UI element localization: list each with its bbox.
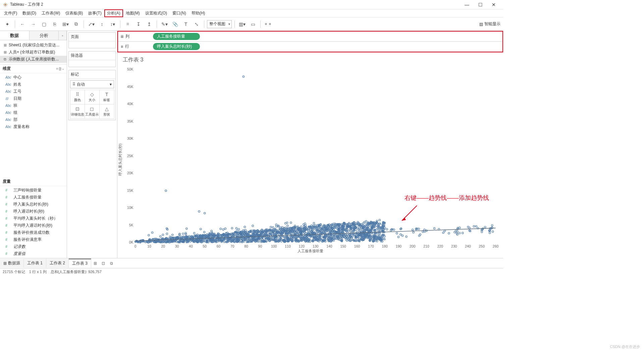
back-button[interactable]: ←	[18, 19, 27, 29]
swap-button[interactable]: ⤢▾	[87, 19, 96, 29]
sheet-tab[interactable]: 工作表 3	[69, 259, 91, 268]
measure-field[interactable]: #服务评价推送成功数	[0, 229, 67, 236]
forward-button[interactable]: →	[29, 19, 38, 29]
measure-field[interactable]: #平均呼入通话时长(秒)	[0, 222, 67, 229]
measure-field[interactable]: #记录数	[0, 243, 67, 250]
highlight-button[interactable]: ✎▾	[160, 19, 169, 29]
measure-field[interactable]: #平均呼入案头时长（秒）	[0, 215, 67, 222]
menu-8[interactable]: 窗口(N)	[170, 9, 189, 17]
dimension-field[interactable]: Abc组	[0, 109, 67, 116]
menu-2[interactable]: 工作表(W)	[39, 9, 63, 17]
dimension-field[interactable]: Abc中心	[0, 74, 67, 81]
svg-text:240: 240	[465, 245, 471, 248]
tab-collapse-icon[interactable]: ◦	[59, 31, 67, 40]
menu-5[interactable]: 分析(A)	[104, 9, 123, 17]
view-mode-select[interactable]: 整个视图	[207, 20, 232, 28]
totals-button[interactable]: ↧	[134, 19, 143, 29]
maximize-button[interactable]: ☐	[474, 2, 487, 7]
menu-4[interactable]: 故事(T)	[86, 9, 104, 17]
measure-field[interactable]: #度量值	[0, 250, 67, 257]
datasource-item[interactable]: ⊞人员+ (全球超市订单数据)	[0, 49, 67, 56]
dimension-field[interactable]: Abc度量名称	[0, 123, 67, 130]
rows-shelf[interactable]: ≡行 呼入案头总时长(秒)	[118, 42, 502, 52]
tableau-icon[interactable]: ✦	[3, 19, 12, 29]
svg-text:30: 30	[175, 245, 179, 248]
menu-6[interactable]: 地图(M)	[123, 9, 143, 17]
datasource-item[interactable]: ⊞Sheet1 (玩家综合能力雷达...	[0, 42, 67, 49]
measure-field[interactable]: #三声铃响接听量	[0, 187, 67, 194]
mark-颜色[interactable]: ⠿颜色	[70, 90, 85, 104]
mark-icon: △	[105, 106, 109, 112]
pin-button[interactable]: 📎	[170, 19, 180, 29]
mark-标签[interactable]: T标签	[99, 90, 114, 104]
mark-大小[interactable]: ◇大小	[85, 90, 100, 104]
tab-analysis[interactable]: 分析	[30, 31, 59, 40]
tab-datasource[interactable]: ⊞数据源	[0, 259, 24, 267]
menu-7[interactable]: 设置格式(O)	[143, 9, 170, 17]
dimension-field[interactable]: ⊟日期	[0, 95, 67, 102]
columns-shelf[interactable]: iii列 人工服务接听量	[118, 32, 502, 42]
sheet-tab[interactable]: 工作表 2	[46, 259, 69, 268]
svg-text:15K: 15K	[127, 189, 133, 192]
label-button[interactable]: T	[181, 19, 191, 29]
svg-point-2239	[462, 232, 464, 234]
close-button[interactable]: ✕	[487, 2, 500, 7]
datasource-item[interactable]: ⧉示例数据 (人工坐席接听数...	[0, 56, 67, 63]
measure-field[interactable]: #呼入通话时长(秒)	[0, 208, 67, 215]
new-story-icon[interactable]: ⧉	[107, 261, 115, 266]
datasource-icon: ⊞	[3, 43, 7, 48]
column-pill[interactable]: 人工服务接听量	[153, 33, 200, 40]
share-button[interactable]: ⚬⚬	[263, 19, 273, 29]
tab-data[interactable]: 数据	[0, 31, 30, 40]
svg-text:220: 220	[437, 245, 443, 248]
save-button[interactable]: ▢	[39, 19, 49, 29]
show-me-button[interactable]: ▤ 智能显示	[479, 21, 500, 27]
show-cards-button[interactable]: ▥▾	[237, 19, 247, 29]
svg-point-2268	[492, 231, 494, 232]
dimension-field[interactable]: Abc姓名	[0, 81, 67, 88]
new-dashboard-icon[interactable]: ⊡	[99, 261, 107, 266]
svg-text:25K: 25K	[127, 154, 133, 158]
sheet-tab[interactable]: 工作表 1	[24, 259, 46, 268]
svg-point-600	[222, 229, 224, 230]
mark-详细信息[interactable]: ⊡详细信息	[70, 104, 85, 119]
dimension-field[interactable]: Abc工号	[0, 88, 67, 95]
duplicate-button[interactable]: ⧉	[71, 19, 81, 29]
menu-0[interactable]: 文件(F)	[1, 9, 20, 17]
sheet-title[interactable]: 工作表 3	[123, 56, 499, 63]
fix-axis-button[interactable]: ⤡	[192, 19, 201, 29]
menu-9[interactable]: 帮助(H)	[189, 9, 208, 17]
menu-1[interactable]: 数据(D)	[20, 9, 39, 17]
dimension-field[interactable]: Abc部	[0, 116, 67, 123]
pages-card[interactable]: 页面	[68, 32, 116, 48]
new-worksheet-icon[interactable]: ⊞	[91, 261, 99, 266]
dimension-field[interactable]: Abc班	[0, 102, 67, 109]
measure-field[interactable]: #呼入案头总时长(秒)	[0, 201, 67, 208]
dimensions-menu-icon[interactable]: ≡ ⍰ ▾	[56, 67, 64, 71]
measure-field[interactable]: #人工服务接听量	[0, 194, 67, 201]
group-button[interactable]: ⌗	[123, 19, 132, 29]
svg-point-2191	[193, 232, 195, 234]
svg-point-1509	[220, 228, 221, 230]
mark-形状[interactable]: △形状	[99, 104, 114, 119]
scatter-plot[interactable]: 0K5K10K15K20K25K30K35K40K45K50K010203040…	[121, 66, 499, 253]
chart-area[interactable]: 工作表 3 呼入案头总时长(秒) 0K5K10K15K20K25K30K35K4…	[117, 52, 503, 258]
mark-type-select[interactable]: ⠿自动▾	[70, 80, 114, 88]
menu-3[interactable]: 仪表板(B)	[63, 9, 86, 17]
minimize-button[interactable]: —	[460, 2, 474, 7]
new-sheet-button[interactable]: ⊞▾	[61, 19, 70, 29]
field-type-icon: #	[5, 238, 11, 242]
svg-text:5K: 5K	[129, 223, 133, 227]
row-pill[interactable]: 呼入案头总时长(秒)	[153, 43, 200, 50]
filters-card[interactable]: 筛选器	[68, 51, 116, 67]
sort-desc-button[interactable]: ↕▾	[108, 19, 117, 29]
rows-icon: ≡	[121, 44, 123, 49]
datasource-icon: ⧉	[3, 57, 7, 62]
new-datasource-button[interactable]: ⎘	[50, 19, 59, 29]
presentation-button[interactable]: ▭	[248, 19, 258, 29]
mark-工具提示[interactable]: ◻工具提示	[85, 104, 100, 119]
sort-asc-button[interactable]: ↕	[97, 19, 107, 29]
measure-field[interactable]: #服务评价满意率	[0, 236, 67, 243]
svg-text:35K: 35K	[127, 120, 133, 123]
percent-button[interactable]: ↥	[145, 19, 154, 29]
